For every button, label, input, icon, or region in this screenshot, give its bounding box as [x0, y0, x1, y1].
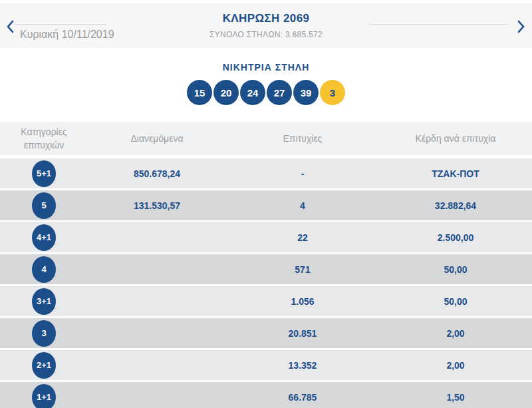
category-badge: 5+1: [32, 160, 56, 187]
category-badge: 3: [32, 320, 56, 347]
cell-prize: ΤΖΑΚ-ΠΟΤ: [379, 168, 532, 179]
cell-prize: 2.500,00: [379, 232, 532, 243]
col-header-distributed: Διανεμόμενα: [88, 133, 226, 144]
next-draw-button[interactable]: [515, 19, 526, 35]
cell-prize: 1,50: [379, 392, 532, 403]
table-row: 5 131.530,57 4 32.882,64: [0, 190, 532, 220]
cell-winners: 20.851: [226, 328, 379, 339]
cell-prize: 2,00: [379, 360, 532, 371]
cell-prize: 50,00: [379, 296, 532, 307]
header-divider-left: [15, 24, 106, 25]
category-badge: 3+1: [32, 288, 56, 315]
table-row: 2+1 13.352 2,00: [0, 350, 532, 380]
cell-distributed: 850.678,24: [88, 168, 226, 179]
winning-column-title: ΝΙΚΗΤΡΙΑ ΣΤΗΛΗ: [0, 62, 532, 73]
cell-winners: 13.352: [226, 360, 379, 371]
cell-winners: 22: [226, 232, 379, 243]
table-row: 4 571 50,00: [0, 254, 532, 284]
draw-title: ΚΛΗΡΩΣΗ 2069: [0, 3, 532, 25]
cell-winners: 4: [226, 200, 379, 211]
winning-number-ball: 15: [187, 80, 212, 105]
table-row: 1+1 66.785 1,50: [0, 382, 532, 408]
cell-prize: 32.882,64: [379, 200, 532, 211]
cell-winners: 571: [226, 264, 379, 275]
col-header-categories: Κατηγορίες επιτυχιών: [0, 125, 88, 152]
table-row: 4+1 22 2.500,00: [0, 222, 532, 252]
cell-winners: -: [226, 168, 379, 179]
winning-number-ball: 27: [267, 80, 292, 105]
draw-date: Κυριακή 10/11/2019: [20, 29, 114, 41]
cell-prize: 2,00: [379, 328, 532, 339]
header-divider-right: [368, 24, 507, 25]
col-header-prize: Κέρδη ανά επιτυχία: [379, 133, 532, 144]
cell-winners: 1.056: [226, 296, 379, 307]
results-table: Κατηγορίες επιτυχιών Διανεμόμενα Επιτυχί…: [0, 122, 532, 408]
table-row: 5+1 850.678,24 - ΤΖΑΚ-ΠΟΤ: [0, 158, 532, 188]
cell-prize: 50,00: [379, 264, 532, 275]
category-badge: 5: [32, 192, 56, 219]
cell-winners: 66.785: [226, 392, 379, 403]
table-row: 3 20.851 2,00: [0, 318, 532, 348]
table-row: 3+1 1.056 50,00: [0, 286, 532, 316]
bonus-number-ball: 3: [320, 80, 345, 105]
winning-number-ball: 20: [213, 80, 239, 105]
table-header: Κατηγορίες επιτυχιών Διανεμόμενα Επιτυχί…: [0, 122, 532, 155]
draw-header: ΚΛΗΡΩΣΗ 2069 ΣΥΝΟΛΟ ΣΤΗΛΩΝ: 3.685.572 Κυ…: [0, 3, 532, 48]
category-badge: 4+1: [32, 224, 56, 251]
col-header-winners: Επιτυχίες: [226, 133, 379, 144]
winning-numbers: 15 20 24 27 39 3: [0, 80, 532, 105]
winning-number-ball: 24: [240, 80, 265, 105]
cell-distributed: 131.530,57: [88, 200, 226, 211]
winning-number-ball: 39: [293, 80, 319, 105]
category-badge: 1+1: [32, 384, 56, 408]
previous-draw-button[interactable]: [5, 19, 15, 35]
chevron-left-icon: [6, 19, 15, 36]
category-badge: 4: [32, 256, 56, 283]
category-badge: 2+1: [32, 352, 56, 379]
chevron-right-icon: [517, 19, 525, 36]
